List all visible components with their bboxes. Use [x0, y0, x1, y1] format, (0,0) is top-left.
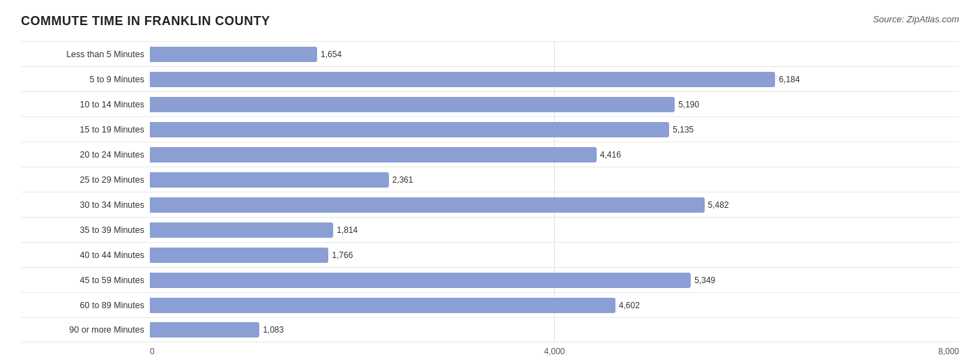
source-label: Source: ZipAtlas.com — [873, 14, 959, 24]
bar-row: 15 to 19 Minutes5,135 — [21, 116, 959, 142]
bar-container: 5,482 — [150, 192, 959, 217]
x-axis-tick: 8,000 — [938, 347, 959, 356]
bar-row: 90 or more Minutes1,083 — [21, 317, 959, 342]
bar-row: 20 to 24 Minutes4,416 — [21, 142, 959, 167]
bar-label: Less than 5 Minutes — [21, 50, 150, 59]
bar-container: 4,416 — [150, 142, 959, 167]
bar-container: 1,083 — [150, 318, 959, 342]
bar-value-label: 1,654 — [321, 50, 342, 59]
bar-container: 1,654 — [150, 42, 959, 66]
bar-fill: 1,814 — [150, 222, 333, 238]
bar-container: 2,361 — [150, 167, 959, 192]
bar-container: 1,766 — [150, 243, 959, 267]
x-axis-tick: 0 — [150, 347, 155, 356]
bar-label: 35 to 39 Minutes — [21, 225, 150, 235]
chart-area: Less than 5 Minutes1,6545 to 9 Minutes6,… — [21, 41, 959, 342]
x-axis-tick: 4,000 — [544, 347, 565, 356]
bar-value-label: 4,416 — [600, 150, 621, 160]
bar-row: 10 to 14 Minutes5,190 — [21, 91, 959, 116]
bar-value-label: 5,349 — [694, 275, 715, 285]
bar-value-label: 4,602 — [619, 301, 640, 310]
chart-title: COMMUTE TIME IN FRANKLIN COUNTY — [21, 14, 270, 29]
bar-value-label: 1,083 — [263, 325, 284, 335]
bar-container: 1,814 — [150, 218, 959, 242]
bar-value-label: 6,184 — [779, 75, 799, 84]
bar-label: 60 to 89 Minutes — [21, 301, 150, 310]
bar-value-label: 5,190 — [678, 100, 699, 109]
bar-label: 40 to 44 Minutes — [21, 250, 150, 260]
bar-label: 20 to 24 Minutes — [21, 150, 150, 160]
bar-fill: 5,190 — [150, 97, 675, 112]
bar-row: 5 to 9 Minutes6,184 — [21, 66, 959, 91]
bar-fill: 2,361 — [150, 172, 389, 188]
bar-row: 40 to 44 Minutes1,766 — [21, 242, 959, 267]
bar-fill: 1,083 — [150, 322, 259, 338]
bar-fill: 4,416 — [150, 147, 597, 162]
bar-label: 30 to 34 Minutes — [21, 200, 150, 210]
bar-container: 4,602 — [150, 293, 959, 317]
bar-label: 15 to 19 Minutes — [21, 125, 150, 135]
bar-fill: 1,654 — [150, 47, 317, 62]
bar-fill: 5,349 — [150, 273, 691, 288]
bar-container: 5,190 — [150, 92, 959, 116]
bar-row: 30 to 34 Minutes5,482 — [21, 192, 959, 217]
bar-label: 10 to 14 Minutes — [21, 100, 150, 109]
bar-fill: 6,184 — [150, 72, 775, 87]
bar-row: 25 to 29 Minutes2,361 — [21, 167, 959, 192]
bar-label: 5 to 9 Minutes — [21, 75, 150, 84]
bar-fill: 4,602 — [150, 298, 615, 313]
bar-fill: 1,766 — [150, 248, 328, 263]
bar-value-label: 1,766 — [332, 250, 353, 260]
bar-row: Less than 5 Minutes1,654 — [21, 41, 959, 66]
bar-fill: 5,135 — [150, 122, 669, 137]
bar-container: 5,135 — [150, 117, 959, 142]
bar-label: 45 to 59 Minutes — [21, 275, 150, 285]
x-axis: 04,0008,000 — [150, 347, 959, 361]
bar-value-label: 5,482 — [708, 200, 729, 210]
bar-row: 60 to 89 Minutes4,602 — [21, 292, 959, 317]
bar-value-label: 5,135 — [673, 125, 694, 135]
bar-value-label: 2,361 — [392, 175, 413, 185]
bar-value-label: 1,814 — [337, 225, 358, 235]
bar-row: 45 to 59 Minutes5,349 — [21, 267, 959, 292]
bar-container: 6,184 — [150, 67, 959, 91]
bar-label: 25 to 29 Minutes — [21, 175, 150, 185]
bar-row: 35 to 39 Minutes1,814 — [21, 217, 959, 242]
bar-label: 90 or more Minutes — [21, 325, 150, 335]
bar-fill: 5,482 — [150, 197, 705, 213]
bar-container: 5,349 — [150, 268, 959, 292]
